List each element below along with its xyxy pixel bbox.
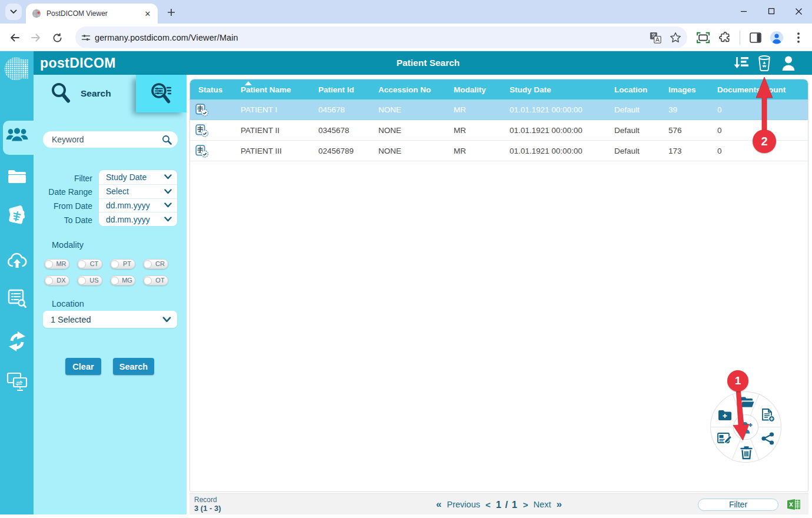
minimize-icon [740, 8, 747, 15]
table-row[interactable]: PATIENT I 045678 NONE MR 01.01.1921 00:0… [190, 99, 808, 120]
from-date-select[interactable]: dd.mm.yyyy [99, 198, 177, 212]
toggle-knob [45, 260, 53, 268]
keyword-input[interactable] [52, 135, 158, 144]
tab-close-icon[interactable]: ✕ [142, 8, 153, 19]
site-settings-icon[interactable] [81, 32, 91, 43]
toggle-knob [144, 260, 152, 268]
cell-modality: MR [454, 141, 466, 161]
translate-icon[interactable] [650, 32, 661, 44]
next-page-button[interactable]: Next [534, 500, 551, 509]
annotation-step-2-badge: 2 [753, 130, 776, 153]
radial-share-button[interactable] [761, 432, 774, 447]
toolbar-separator [740, 31, 740, 45]
next-page-chevron[interactable]: > [523, 500, 528, 510]
window-minimize-button[interactable] [730, 0, 757, 22]
modality-label-pt: PT [120, 260, 134, 267]
table-row[interactable]: PATIENT II 0345678 NONE MR 01.01.1921 00… [190, 120, 808, 141]
col-modality[interactable]: Modality [454, 79, 486, 99]
filter-label: Filter [24, 174, 92, 183]
location-select[interactable]: 1 Selected [43, 311, 177, 328]
col-accession-no[interactable]: Accession No [378, 79, 431, 99]
profile-avatar[interactable] [769, 30, 784, 45]
modality-toggle-mg[interactable]: MG [110, 275, 135, 285]
modality-toggle-ot[interactable]: OT [143, 275, 168, 285]
account-button[interactable] [780, 55, 797, 71]
toggle-knob [45, 277, 53, 285]
cell-modality: MR [454, 99, 466, 120]
user-icon [781, 55, 796, 71]
modality-label: Modality [52, 240, 84, 250]
cell-images: 173 [668, 141, 682, 161]
cell-patient-name: PATIENT II [241, 120, 279, 141]
table-header-row: Status Patient Name Patient Id Accession… [190, 79, 808, 99]
bookmark-star-icon[interactable] [670, 32, 681, 44]
screenshot-extension-icon[interactable] [695, 30, 711, 45]
table-row[interactable]: PATIENT III 02456789 NONE MR 01.01.1921 … [190, 141, 808, 161]
recycle-bin-button[interactable] [756, 55, 773, 71]
status-report-check-icon [195, 120, 209, 141]
filter-select[interactable]: Study Date [99, 170, 177, 184]
new-tab-button[interactable] [164, 5, 179, 20]
to-date-value: dd.mm.yyyy [106, 215, 150, 224]
status-report-check-icon [195, 141, 209, 161]
modality-toggle-us[interactable]: US [77, 275, 102, 285]
sort-button[interactable] [733, 55, 750, 71]
col-documents-count[interactable]: Documents Count [717, 79, 786, 99]
annotation-step-1-badge: 1 [727, 370, 748, 391]
browser-tab[interactable]: PostDICOM Viewer ✕ [26, 4, 158, 24]
browser-menu-button[interactable] [791, 30, 806, 45]
forward-button[interactable] [28, 30, 44, 45]
close-icon [795, 8, 803, 15]
last-page-button[interactable]: » [556, 499, 561, 510]
first-page-button[interactable]: « [436, 499, 441, 510]
clear-button[interactable]: Clear [65, 358, 101, 375]
filter-button[interactable]: Filter [698, 499, 778, 511]
window-maximize-button[interactable] [758, 0, 785, 22]
keyword-search-icon[interactable] [162, 135, 172, 145]
reload-button[interactable] [49, 30, 65, 45]
cell-images: 576 [668, 120, 682, 141]
tab-search-button[interactable] [5, 4, 22, 20]
col-status[interactable]: Status [198, 79, 222, 99]
radial-new-document-button[interactable] [761, 409, 775, 424]
cell-patient-name: PATIENT III [241, 141, 282, 161]
col-location[interactable]: Location [614, 79, 647, 99]
cell-documents-count: 0 [717, 99, 722, 120]
address-bar[interactable]: germany.postdicom.com/Viewer/Main [75, 26, 687, 48]
prev-page-chevron[interactable]: < [485, 500, 491, 510]
patients-group-icon [5, 126, 29, 142]
rail-item-patients[interactable] [0, 126, 34, 142]
col-patient-name[interactable]: Patient Name [241, 79, 291, 99]
side-panel-button[interactable] [748, 30, 763, 45]
keyword-field-wrap [43, 131, 178, 148]
modality-toggle-dx[interactable]: DX [44, 275, 69, 285]
excel-export-button[interactable] [787, 499, 801, 510]
modality-toggle-cr[interactable]: CR [143, 259, 168, 269]
rail-item-reports[interactable] [0, 289, 34, 308]
search-button[interactable]: Search [113, 358, 154, 375]
col-study-date[interactable]: Study Date [510, 79, 551, 99]
tab-basic-search[interactable]: Search [34, 75, 136, 112]
rail-item-upload[interactable] [0, 252, 34, 270]
modality-label-us: US [87, 277, 101, 284]
chevron-down-icon [10, 9, 17, 14]
rail-item-transfer[interactable] [0, 372, 34, 392]
window-close-button[interactable] [785, 0, 812, 22]
rail-item-sync[interactable] [0, 331, 34, 352]
location-label: Location [52, 299, 84, 308]
radial-delete-button[interactable] [740, 446, 753, 462]
col-images[interactable]: Images [668, 79, 696, 99]
modality-label-dx: DX [54, 277, 68, 284]
back-button[interactable] [7, 30, 22, 45]
modality-toggle-pt[interactable]: PT [110, 259, 135, 269]
modality-toggle-mr[interactable]: MR [44, 259, 69, 269]
to-date-select[interactable]: dd.mm.yyyy [99, 212, 177, 226]
previous-page-button[interactable]: Previous [447, 500, 480, 509]
col-patient-id[interactable]: Patient Id [318, 79, 354, 99]
modality-toggle-ct[interactable]: CT [77, 259, 102, 269]
extensions-puzzle-icon[interactable] [717, 30, 733, 45]
filter-select-value: Study Date [106, 172, 147, 182]
tab-advanced-search[interactable] [136, 75, 187, 112]
sort-icon [734, 56, 749, 70]
date-range-select[interactable]: Select [99, 184, 177, 198]
